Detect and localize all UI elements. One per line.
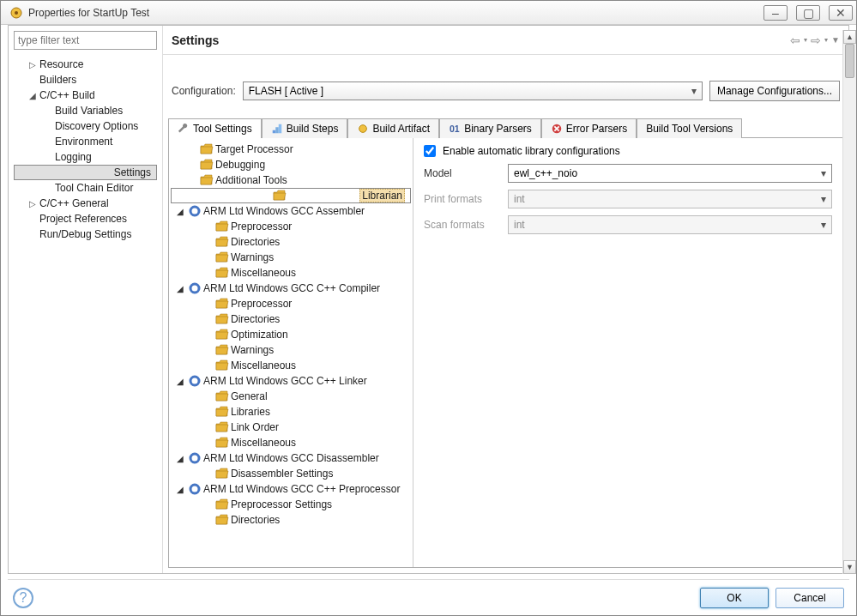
folder-icon: [215, 312, 229, 326]
tree-toggle-icon[interactable]: ◢: [174, 485, 186, 494]
tree-toggle-icon[interactable]: ◢: [174, 454, 186, 463]
nav-item-tool-chain-editor[interactable]: Tool Chain Editor: [14, 180, 157, 196]
menu-icon[interactable]: ▼: [831, 35, 840, 45]
tool-tree-item-additional-tools[interactable]: Additional Tools: [171, 172, 411, 188]
print-formats-row: Print formats int ▾: [424, 190, 832, 208]
tool-tree-label: ARM Ltd Windows GCC C++ Linker: [203, 375, 367, 387]
tool-tree-item-arm-ltd-windows-gcc-c-preprocessor[interactable]: ◢ARM Ltd Windows GCC C++ Preprocessor: [171, 481, 411, 497]
gear-icon: [188, 204, 202, 218]
tool-tree-item-preprocessor[interactable]: Preprocessor: [171, 219, 411, 234]
tree-toggle-icon[interactable]: ◢: [174, 377, 186, 386]
tool-tree-item-preprocessor-settings[interactable]: Preprocessor Settings: [171, 497, 411, 512]
tool-tree-item-directories[interactable]: Directories: [171, 311, 411, 327]
nav-item-environment[interactable]: Environment: [14, 134, 157, 149]
tool-tree-item-debugging[interactable]: Debugging: [171, 157, 411, 172]
back-icon[interactable]: ⇦: [790, 33, 800, 47]
scroll-thumb[interactable]: [845, 44, 854, 78]
tool-tree-label: ARM Ltd Windows GCC C++ Compiler: [203, 282, 380, 294]
tool-tree-label: Preprocessor: [231, 220, 292, 233]
vertical-scrollbar[interactable]: ▲ ▼: [842, 30, 856, 574]
scan-formats-label: Scan formats: [424, 219, 501, 231]
tab-content: Target ProcessorDebuggingAdditional Tool…: [168, 138, 843, 568]
tree-toggle-icon[interactable]: ▷: [27, 60, 38, 69]
tool-tree-label: Disassembler Settings: [231, 468, 333, 480]
scroll-up-button[interactable]: ▲: [843, 30, 856, 44]
tool-tree-item-disassembler-settings[interactable]: Disassembler Settings: [171, 466, 411, 481]
nav-item-label: Project References: [39, 213, 127, 225]
tree-toggle-icon[interactable]: ◢: [27, 91, 38, 100]
enable-auto-lib-row: Enable automatic library configurations: [424, 145, 832, 157]
tab-tool-settings[interactable]: Tool Settings: [168, 118, 262, 138]
nav-item-builders[interactable]: Builders: [14, 72, 157, 88]
nav-item-settings[interactable]: Settings: [14, 165, 157, 180]
cancel-button[interactable]: Cancel: [776, 588, 844, 608]
tool-tree-label: Debugging: [215, 159, 265, 171]
tool-tree-item-directories[interactable]: Directories: [171, 512, 411, 528]
dropdown-icon: ▾: [821, 167, 826, 179]
configuration-select[interactable]: FLASH [ Active ] ▾: [243, 82, 703, 100]
tool-tree-item-arm-ltd-windows-gcc-c-linker[interactable]: ◢ARM Ltd Windows GCC C++ Linker: [171, 373, 411, 389]
forward-menu-icon[interactable]: ▾: [824, 36, 828, 44]
nav-item-c-c-build[interactable]: ◢C/C++ Build: [14, 88, 157, 103]
tool-tree-item-link-order[interactable]: Link Order: [171, 420, 411, 435]
tool-tree-item-miscellaneous[interactable]: Miscellaneous: [171, 358, 411, 373]
nav-item-label: C/C++ General: [39, 197, 109, 209]
folder-icon: [215, 390, 229, 403]
tool-tree-item-arm-ltd-windows-gcc-assembler[interactable]: ◢ARM Ltd Windows GCC Assembler: [171, 203, 411, 219]
error-icon: [551, 123, 563, 135]
nav-item-c-c-general[interactable]: ▷C/C++ General: [14, 196, 157, 211]
nav-item-discovery-options[interactable]: Discovery Options: [14, 118, 157, 134]
tool-settings-tree[interactable]: Target ProcessorDebuggingAdditional Tool…: [169, 138, 413, 567]
enable-auto-lib-checkbox[interactable]: [424, 145, 436, 157]
tool-tree-label: Preprocessor Settings: [231, 498, 332, 510]
nav-item-build-variables[interactable]: Build Variables: [14, 103, 157, 118]
tool-tree-item-directories[interactable]: Directories: [171, 234, 411, 250]
nav-item-run-debug-settings[interactable]: Run/Debug Settings: [14, 226, 157, 242]
tree-toggle-icon[interactable]: ◢: [174, 207, 186, 216]
nav-item-logging[interactable]: Logging: [14, 149, 157, 165]
maximize-button[interactable]: ▢: [796, 5, 820, 21]
tool-tree-item-preprocessor[interactable]: Preprocessor: [171, 296, 411, 311]
tool-tree-item-arm-ltd-windows-gcc-c-compiler[interactable]: ◢ARM Ltd Windows GCC C++ Compiler: [171, 281, 411, 296]
tool-tree-item-general[interactable]: General: [171, 389, 411, 404]
tab-label: Tool Settings: [193, 123, 252, 135]
tool-tree-item-target-processor[interactable]: Target Processor: [171, 142, 411, 157]
tab-build-tool-versions[interactable]: Build Tool Versions: [637, 118, 742, 138]
back-menu-icon[interactable]: ▾: [804, 36, 807, 44]
tree-toggle-icon[interactable]: ▷: [27, 199, 38, 208]
tool-tree-item-libraries[interactable]: Libraries: [171, 404, 411, 420]
minimize-button[interactable]: –: [763, 5, 788, 21]
close-button[interactable]: ✕: [829, 5, 853, 21]
tab-label: Error Parsers: [566, 123, 627, 135]
nav-item-resource[interactable]: ▷Resource: [14, 57, 157, 72]
tool-tree-item-optimization[interactable]: Optimization: [171, 327, 411, 342]
tool-tree-item-librarian[interactable]: Librarian: [171, 188, 411, 203]
svg-text:01: 01: [450, 124, 460, 134]
tab-build-artifact[interactable]: Build Artifact: [347, 118, 439, 138]
tab-build-steps[interactable]: Build Steps: [262, 118, 348, 138]
tool-tree-item-warnings[interactable]: Warnings: [171, 342, 411, 358]
tab-error-parsers[interactable]: Error Parsers: [541, 118, 637, 138]
tool-tree-item-miscellaneous[interactable]: Miscellaneous: [171, 265, 411, 281]
nav-item-label: Settings: [114, 166, 151, 178]
nav-item-project-references[interactable]: Project References: [14, 211, 157, 226]
model-row: Model ewl_c++_noio ▾: [424, 164, 832, 183]
ok-button[interactable]: OK: [700, 588, 769, 608]
tool-tree-label: ARM Ltd Windows GCC Assembler: [203, 205, 365, 217]
tool-tree-item-warnings[interactable]: Warnings: [171, 250, 411, 265]
tool-tree-item-arm-ltd-windows-gcc-disassembler[interactable]: ◢ARM Ltd Windows GCC Disassembler: [171, 450, 411, 466]
forward-icon[interactable]: ⇨: [811, 33, 821, 47]
tool-tree-item-miscellaneous[interactable]: Miscellaneous: [171, 435, 411, 450]
tree-toggle-icon[interactable]: ◢: [174, 284, 186, 293]
gear-icon: [188, 451, 202, 465]
footer-buttons: OK Cancel: [700, 588, 844, 608]
tab-binary-parsers[interactable]: 01Binary Parsers: [439, 118, 541, 138]
manage-configurations-button[interactable]: Manage Configurations...: [709, 81, 840, 101]
nav-tree[interactable]: ▷ResourceBuilders◢C/C++ BuildBuild Varia…: [14, 55, 157, 568]
help-icon[interactable]: ?: [13, 588, 33, 608]
scroll-down-button[interactable]: ▼: [843, 560, 856, 574]
model-select[interactable]: ewl_c++_noio ▾: [508, 164, 832, 183]
folder-icon: [215, 235, 229, 249]
filter-input[interactable]: [14, 31, 157, 50]
svg-point-17: [193, 487, 196, 491]
